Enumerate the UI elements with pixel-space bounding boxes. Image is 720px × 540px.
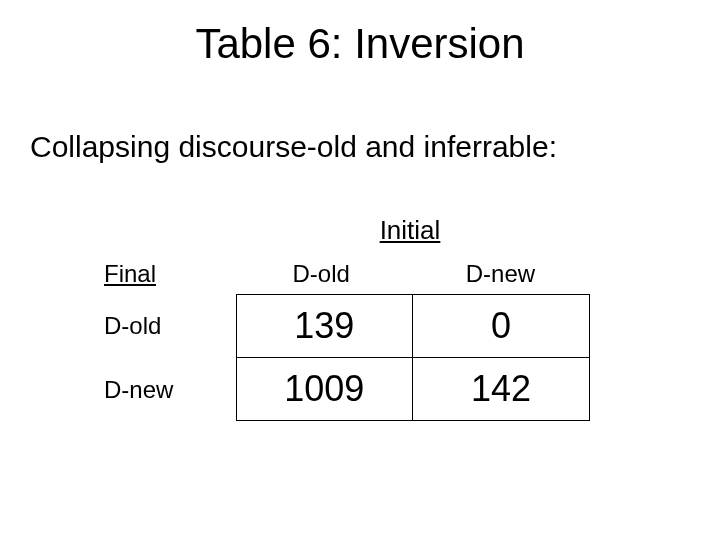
table-container: Initial Final D-old D-new D-old 139 0 D-… [100, 215, 590, 421]
col-header-d-new: D-new [411, 254, 590, 294]
cell-dnew-dold: 1009 [236, 358, 413, 421]
row-header-d-new: D-new [100, 370, 236, 410]
row-axis-label: Final [100, 254, 232, 294]
col-axis-label: Initial [230, 215, 590, 246]
slide: Table 6: Inversion Collapsing discourse-… [0, 0, 720, 540]
cell-dnew-dnew: 142 [413, 358, 590, 421]
col-header-d-old: D-old [232, 254, 411, 294]
table-row: D-new 1009 142 [100, 358, 590, 421]
cell-dold-dnew: 0 [413, 294, 590, 358]
table-header-row: Final D-old D-new [100, 254, 590, 294]
subtitle: Collapsing discourse-old and inferrable: [30, 130, 690, 164]
row-header-d-old: D-old [100, 306, 236, 346]
cell-dold-dold: 139 [236, 294, 413, 358]
table-row: D-old 139 0 [100, 294, 590, 358]
page-title: Table 6: Inversion [0, 20, 720, 68]
